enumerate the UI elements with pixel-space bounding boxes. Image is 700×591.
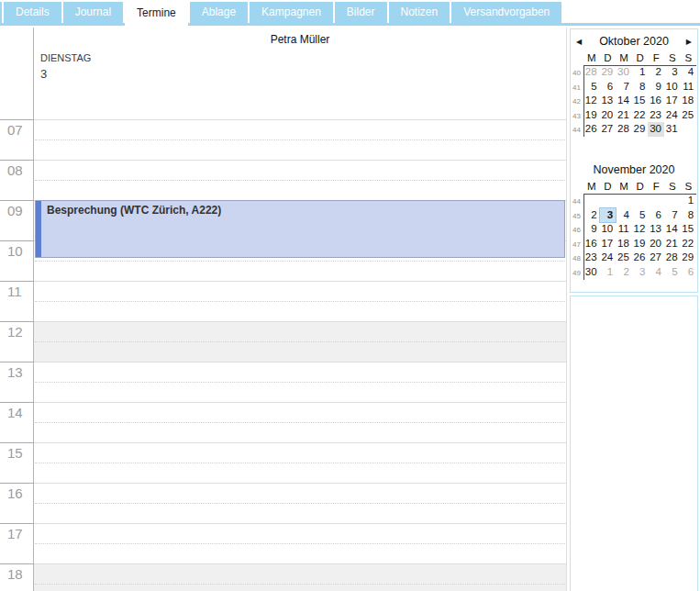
day-number-label: 3 bbox=[40, 67, 47, 81]
day-cell[interactable]: 27 bbox=[600, 122, 617, 137]
day-of-week-header: D bbox=[632, 180, 649, 194]
hour-slot-17[interactable] bbox=[34, 523, 567, 563]
day-cell[interactable]: 20 bbox=[648, 237, 664, 251]
day-cell[interactable]: 5 bbox=[664, 265, 681, 280]
day-cell[interactable]: 16 bbox=[648, 94, 664, 108]
day-cell[interactable]: 4 bbox=[616, 208, 632, 223]
hour-row-12: 12 bbox=[0, 321, 567, 362]
day-cell[interactable]: 28 bbox=[664, 251, 681, 265]
day-cell[interactable]: 10 bbox=[664, 80, 681, 95]
day-cell[interactable]: 10 bbox=[600, 222, 617, 237]
day-cell[interactable]: 26 bbox=[632, 251, 649, 265]
day-cell[interactable]: 8 bbox=[681, 208, 697, 223]
day-cell[interactable]: 6 bbox=[600, 80, 617, 95]
day-cell[interactable]: 7 bbox=[616, 80, 632, 95]
day-cell[interactable]: 21 bbox=[664, 237, 681, 251]
day-cell[interactable]: 22 bbox=[681, 237, 697, 251]
week-number: 48 bbox=[572, 251, 583, 265]
day-cell[interactable]: 23 bbox=[583, 251, 600, 265]
day-cell[interactable]: 24 bbox=[664, 108, 681, 123]
day-cell[interactable]: 11 bbox=[616, 222, 632, 237]
day-cell-selected[interactable]: 3 bbox=[600, 208, 617, 223]
day-cell[interactable]: 29 bbox=[681, 251, 697, 265]
day-cell[interactable]: 12 bbox=[632, 222, 649, 237]
day-cell[interactable]: 14 bbox=[664, 222, 681, 237]
day-cell[interactable]: 27 bbox=[648, 251, 664, 265]
day-cell[interactable]: 13 bbox=[600, 94, 617, 108]
day-cell[interactable]: 2 bbox=[583, 208, 600, 223]
day-cell[interactable]: 25 bbox=[681, 108, 697, 123]
hour-slot-12[interactable] bbox=[34, 321, 567, 362]
hour-slot-18[interactable] bbox=[34, 563, 567, 591]
day-cell[interactable]: 12 bbox=[583, 94, 600, 108]
hour-row-13: 13 bbox=[0, 362, 567, 402]
day-cell[interactable]: 15 bbox=[681, 222, 697, 237]
day-cell[interactable]: 22 bbox=[632, 108, 649, 123]
hour-slot-13[interactable] bbox=[34, 362, 567, 402]
day-cell[interactable]: 11 bbox=[681, 80, 697, 95]
day-cell[interactable]: 23 bbox=[648, 108, 664, 123]
day-cell[interactable]: 19 bbox=[632, 237, 649, 251]
day-cell[interactable]: 9 bbox=[648, 80, 664, 95]
hour-slot-07[interactable] bbox=[34, 119, 567, 160]
day-cell[interactable]: 14 bbox=[616, 94, 632, 108]
day-cell[interactable]: 31 bbox=[664, 122, 681, 137]
tab-ablage[interactable]: Ablage bbox=[190, 2, 248, 23]
tab-notizen[interactable]: Notizen bbox=[389, 2, 450, 23]
day-cell[interactable]: 30 bbox=[616, 65, 632, 80]
next-month-icon[interactable]: ▶ bbox=[686, 36, 692, 48]
day-cell[interactable]: 21 bbox=[616, 108, 632, 123]
day-of-week-header: D bbox=[600, 180, 617, 194]
day-cell[interactable]: 28 bbox=[616, 122, 632, 137]
day-cell[interactable]: 17 bbox=[600, 237, 617, 251]
hour-slot-11[interactable] bbox=[34, 281, 567, 321]
day-cell[interactable]: 6 bbox=[648, 208, 664, 223]
hour-slot-14[interactable] bbox=[34, 402, 567, 442]
appointment-block[interactable]: Besprechung (WTC Zürich, A222) bbox=[35, 200, 565, 258]
day-cell[interactable]: 18 bbox=[681, 94, 697, 108]
tab-bar-left-edge bbox=[0, 2, 2, 23]
day-cell[interactable]: 8 bbox=[632, 80, 649, 95]
day-cell[interactable]: 5 bbox=[632, 208, 649, 223]
day-cell[interactable]: 3 bbox=[664, 65, 681, 80]
day-cell[interactable]: 6 bbox=[681, 265, 697, 280]
day-cell[interactable]: 1 bbox=[681, 194, 697, 208]
tab-kampagnen[interactable]: Kampagnen bbox=[250, 2, 333, 23]
day-cell[interactable]: 25 bbox=[616, 251, 632, 265]
day-cell[interactable]: 2 bbox=[648, 65, 664, 80]
day-cell[interactable]: 16 bbox=[583, 237, 600, 251]
day-cell[interactable]: 7 bbox=[664, 208, 681, 223]
day-cell[interactable]: 3 bbox=[632, 265, 649, 280]
hour-label: 09 bbox=[0, 201, 34, 218]
day-cell[interactable]: 28 bbox=[583, 65, 600, 80]
day-cell[interactable]: 15 bbox=[632, 94, 649, 108]
day-cell[interactable]: 1 bbox=[632, 65, 649, 80]
tab-details[interactable]: Details bbox=[4, 2, 61, 23]
tab-versandvorgaben[interactable]: Versandvorgaben bbox=[451, 2, 561, 23]
day-cell[interactable]: 26 bbox=[583, 122, 600, 137]
day-cell[interactable]: 19 bbox=[583, 108, 600, 123]
day-cell[interactable]: 29 bbox=[600, 65, 617, 80]
prev-month-icon[interactable]: ◀ bbox=[576, 36, 582, 48]
day-cell[interactable]: 20 bbox=[600, 108, 617, 123]
tab-journal[interactable]: Journal bbox=[63, 2, 123, 23]
hour-label: 11 bbox=[0, 282, 34, 299]
day-cell[interactable]: 29 bbox=[632, 122, 649, 137]
day-cell[interactable]: 1 bbox=[600, 265, 617, 280]
day-cell[interactable]: 24 bbox=[600, 251, 617, 265]
hour-slot-16[interactable] bbox=[34, 483, 567, 523]
day-cell[interactable]: 13 bbox=[648, 222, 664, 237]
tab-termine[interactable]: Termine bbox=[125, 2, 188, 26]
day-cell[interactable]: 4 bbox=[681, 65, 697, 80]
day-cell[interactable]: 17 bbox=[664, 94, 681, 108]
day-cell[interactable]: 4 bbox=[648, 265, 664, 280]
day-cell[interactable]: 5 bbox=[583, 80, 600, 95]
hour-slot-15[interactable] bbox=[34, 442, 567, 483]
day-cell[interactable]: 30 bbox=[583, 265, 600, 280]
day-cell-today[interactable]: 30 bbox=[648, 122, 664, 137]
day-cell[interactable]: 9 bbox=[583, 222, 600, 237]
day-cell[interactable]: 18 bbox=[616, 237, 632, 251]
day-cell[interactable]: 2 bbox=[616, 265, 632, 280]
hour-slot-08[interactable] bbox=[34, 160, 567, 200]
tab-bilder[interactable]: Bilder bbox=[335, 2, 387, 23]
